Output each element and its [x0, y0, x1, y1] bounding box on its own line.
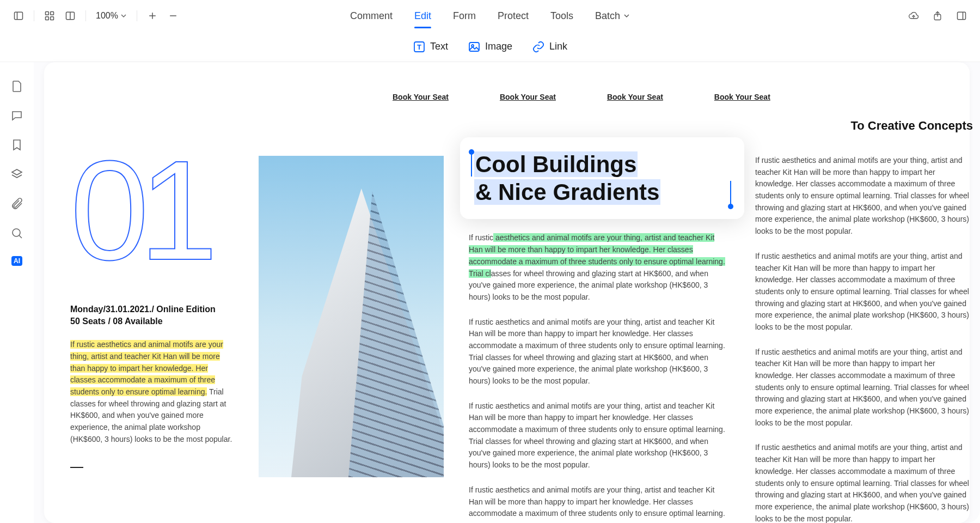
column-3: Cool Buildings & Nice Gradients If rusti… [469, 90, 730, 523]
layers-icon[interactable] [10, 168, 23, 181]
col3-paragraph-4: If rustic aesthetics and animal motifs a… [469, 484, 730, 520]
svg-rect-3 [51, 11, 54, 15]
chevron-down-icon [623, 13, 630, 19]
comment-icon[interactable] [10, 109, 23, 122]
svg-rect-2 [46, 11, 49, 15]
svg-rect-5 [51, 16, 54, 20]
attachment-icon[interactable] [10, 197, 23, 210]
page-thumb-icon[interactable] [10, 80, 23, 93]
col1-paragraph: If rustic aesthetics and animal motifs a… [70, 339, 234, 445]
edit-subtoolbar: T Text Image Link [0, 32, 980, 62]
panel-right-icon[interactable] [956, 10, 967, 21]
big-number: 01 [70, 150, 234, 271]
two-page-icon[interactable] [65, 10, 76, 21]
zoom-in-icon[interactable] [147, 10, 158, 21]
tab-tools[interactable]: Tools [550, 0, 573, 32]
svg-rect-18 [469, 42, 479, 51]
sidebar-toggle-icon[interactable] [13, 10, 24, 21]
text-icon: T [413, 40, 426, 53]
left-rail: AI [0, 62, 34, 523]
share-icon[interactable] [932, 10, 943, 21]
ai-button[interactable]: AI [11, 256, 22, 266]
document-page: Book Your Seat Book Your Seat Book Your … [44, 62, 970, 523]
selection-caret [471, 149, 472, 177]
building-image [259, 156, 444, 477]
tab-protect[interactable]: Protect [498, 0, 529, 32]
selection-handle-end[interactable] [728, 204, 733, 209]
svg-rect-4 [46, 16, 49, 20]
cloud-upload-icon[interactable] [908, 10, 919, 21]
column-1: 01 Monday/31.01.2021./ Online Edition 50… [70, 90, 234, 523]
bookmark-icon[interactable] [10, 138, 23, 151]
date-info: Monday/31.01.2021./ Online Edition 50 Se… [70, 303, 234, 327]
tool-link[interactable]: Link [532, 40, 567, 53]
zoom-out-icon[interactable] [168, 10, 179, 21]
book-link[interactable]: Book Your Seat [393, 93, 449, 101]
divider-rule [70, 467, 83, 468]
highlight-yellow: If rustic aesthetics and animal motifs a… [70, 340, 223, 396]
svg-marker-20 [12, 169, 22, 175]
tab-comment[interactable]: Comment [350, 0, 393, 32]
col3-paragraph-1: If rustic aesthetics and animal motifs a… [469, 232, 730, 303]
tab-form[interactable]: Form [453, 0, 476, 32]
col4-paragraph: If rustic aesthetics and animal motifs a… [755, 442, 973, 523]
book-link[interactable]: Book Your Seat [607, 93, 663, 101]
main-tabs: Comment Edit Form Protect Tools Batch [350, 0, 630, 32]
tab-edit[interactable]: Edit [414, 0, 431, 32]
column-2 [259, 90, 444, 523]
book-links-row: Book Your Seat Book Your Seat Book Your … [393, 93, 770, 101]
tool-image[interactable]: Image [468, 40, 512, 53]
grid-view-icon[interactable] [44, 10, 55, 21]
col3-paragraph-2: If rustic aesthetics and animal motifs a… [469, 317, 730, 387]
search-icon[interactable] [10, 227, 23, 240]
book-link[interactable]: Book Your Seat [500, 93, 556, 101]
svg-point-21 [13, 229, 20, 236]
link-icon [532, 40, 545, 53]
book-link[interactable]: Book Your Seat [714, 93, 770, 101]
col3-paragraph-3: If rustic aesthetics and animal motifs a… [469, 400, 730, 471]
document-canvas[interactable]: Book Your Seat Book Your Seat Book Your … [34, 62, 980, 523]
selected-title-box[interactable]: Cool Buildings & Nice Gradients [460, 137, 744, 219]
zoom-dropdown[interactable]: 100% [96, 11, 127, 21]
zoom-value: 100% [96, 11, 118, 21]
tab-batch[interactable]: Batch [595, 0, 630, 32]
svg-text:T: T [417, 43, 421, 51]
svg-line-22 [19, 235, 22, 238]
tool-text[interactable]: T Text [413, 40, 448, 53]
column-4: To Creative Concepts If rustic aesthetic… [755, 90, 973, 523]
col4-paragraph: If rustic aesthetics and animal motifs a… [755, 155, 973, 238]
svg-rect-14 [958, 12, 966, 19]
svg-rect-0 [15, 12, 23, 19]
col4-paragraph: If rustic aesthetics and animal motifs a… [755, 346, 973, 429]
chevron-down-icon [120, 13, 127, 19]
image-icon [468, 40, 481, 53]
col4-paragraph: If rustic aesthetics and animal motifs a… [755, 251, 973, 333]
concepts-heading: To Creative Concepts [755, 119, 973, 133]
top-toolbar: 100% Comment Edit Form Protect Tools Bat… [0, 0, 980, 32]
